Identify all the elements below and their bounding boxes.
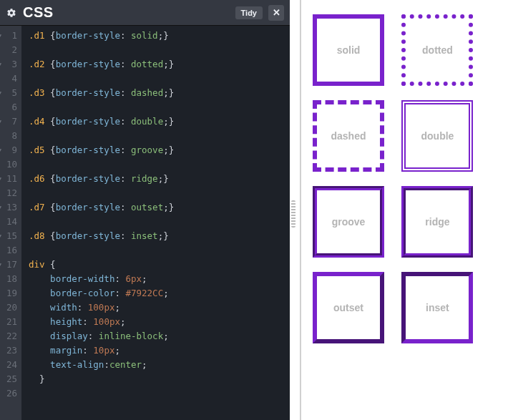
line-number: 23 [0, 343, 17, 358]
line-number: 21 [0, 315, 17, 329]
code-line[interactable]: .d7 {border-style: outset;} [29, 200, 290, 215]
panel-splitter[interactable] [290, 0, 300, 420]
code-line[interactable] [29, 100, 290, 114]
line-number: 2 [0, 43, 17, 57]
code-line[interactable]: height: 100px; [29, 315, 290, 329]
code-line[interactable]: text-align:center; [29, 358, 290, 372]
css-header: CSS Tidy ✕ [0, 0, 290, 26]
line-number: 9 [0, 143, 17, 157]
tidy-button[interactable]: Tidy [235, 6, 263, 19]
line-number: 10 [0, 157, 17, 172]
border-demo-dashed: dashed [313, 100, 384, 172]
css-editor-panel: CSS Tidy ✕ 12345678910111213141516171819… [0, 0, 290, 420]
line-number: 3 [0, 57, 17, 72]
line-number: 26 [0, 386, 17, 401]
code-line[interactable]: width: 100px; [29, 301, 290, 315]
code-line[interactable]: .d5 {border-style: groove;} [29, 143, 290, 157]
gear-icon[interactable] [6, 7, 17, 19]
code-line[interactable]: border-color: #7922CC; [29, 286, 290, 301]
panel-title: CSS [23, 4, 230, 21]
code-line[interactable]: div { [29, 258, 290, 272]
line-number: 22 [0, 329, 17, 343]
preview-body: solid dotted dashed double groove ridge … [301, 0, 508, 351]
code-line[interactable]: .d8 {border-style: inset;} [29, 229, 290, 243]
code-line[interactable]: margin: 10px; [29, 343, 290, 358]
code-line[interactable] [29, 157, 290, 172]
close-button[interactable]: ✕ [268, 5, 284, 21]
line-number: 12 [0, 186, 17, 200]
line-number: 19 [0, 286, 17, 301]
line-number: 20 [0, 301, 17, 315]
code-line[interactable]: border-width: 6px; [29, 272, 290, 286]
line-number: 13 [0, 200, 17, 215]
line-gutter: 1234567891011121314151617181920212223242… [0, 26, 21, 420]
code-line[interactable]: .d6 {border-style: ridge;} [29, 172, 290, 186]
line-number: 8 [0, 129, 17, 143]
preview-panel: solid dotted dashed double groove ridge … [300, 0, 508, 420]
code-line[interactable]: .d1 {border-style: solid;} [29, 29, 290, 43]
line-number: 18 [0, 272, 17, 286]
code-line[interactable] [29, 386, 290, 401]
code-editor[interactable]: 1234567891011121314151617181920212223242… [0, 26, 290, 420]
border-demo-double: double [401, 100, 473, 172]
code-line[interactable] [29, 72, 290, 86]
line-number: 14 [0, 215, 17, 229]
border-demo-dotted: dotted [401, 14, 473, 86]
border-demo-groove: groove [313, 186, 384, 258]
code-line[interactable]: .d2 {border-style: dotted;} [29, 57, 290, 72]
line-number: 16 [0, 243, 17, 258]
code-line[interactable] [29, 186, 290, 200]
line-number: 15 [0, 229, 17, 243]
code-line[interactable]: } [29, 372, 290, 386]
border-demo-inset: inset [401, 272, 473, 343]
line-number: 5 [0, 86, 17, 100]
line-number: 24 [0, 358, 17, 372]
line-number: 6 [0, 100, 17, 114]
line-number: 25 [0, 372, 17, 386]
border-demo-ridge: ridge [401, 186, 473, 258]
line-number: 1 [0, 29, 17, 43]
code-line[interactable] [29, 243, 290, 258]
code-line[interactable]: .d4 {border-style: double;} [29, 114, 290, 129]
border-demo-solid: solid [313, 14, 384, 86]
code-line[interactable] [29, 215, 290, 229]
code-line[interactable] [29, 129, 290, 143]
line-number: 11 [0, 172, 17, 186]
line-number: 4 [0, 72, 17, 86]
code-line[interactable] [29, 43, 290, 57]
line-number: 7 [0, 114, 17, 129]
code-line[interactable]: display: inline-block; [29, 329, 290, 343]
code-area[interactable]: .d1 {border-style: solid;} .d2 {border-s… [21, 26, 290, 420]
border-demo-outset: outset [313, 272, 384, 343]
line-number: 17 [0, 258, 17, 272]
code-line[interactable]: .d3 {border-style: dashed;} [29, 86, 290, 100]
